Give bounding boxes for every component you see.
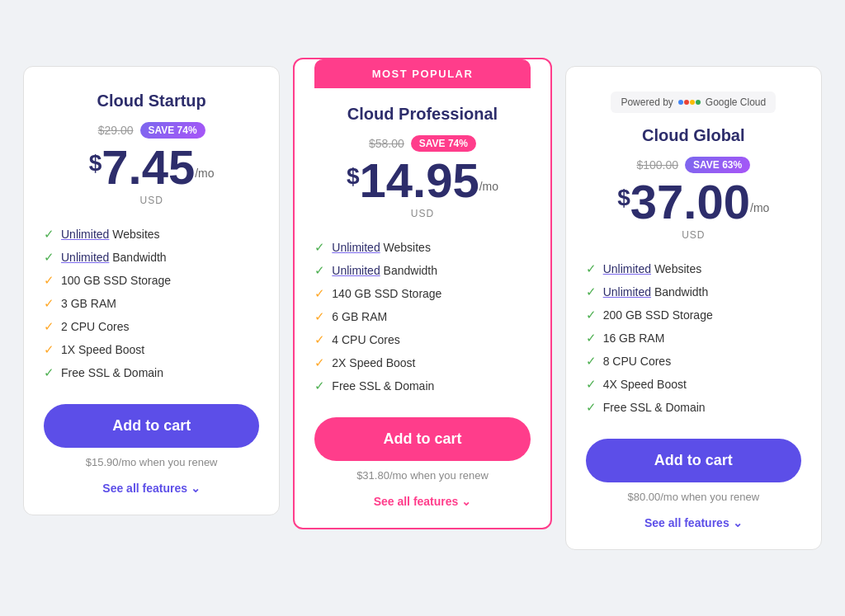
add-to-cart-button[interactable]: Add to cart [44, 404, 259, 448]
feature-text: Free SSL & Domain [332, 379, 434, 393]
add-to-cart-button[interactable]: Add to cart [314, 417, 530, 461]
feature-item: ✓ Unlimited Websites [44, 223, 259, 246]
plan-card-startup: Cloud Startup $29.00 SAVE 74% $ 7.45 /mo… [23, 66, 280, 515]
see-features-text: See all features [644, 516, 729, 529]
feature-item: ✓ 2X Speed Boost [314, 351, 530, 374]
feature-item: ✓ 8 CPU Cores [586, 350, 801, 373]
feature-text: 100 GB SSD Storage [61, 274, 171, 287]
plan-name: Cloud Startup [97, 92, 206, 111]
chevron-down-icon: ⌄ [191, 482, 201, 495]
add-to-cart-button[interactable]: Add to cart [586, 439, 801, 482]
feature-text: Unlimited Websites [603, 262, 702, 275]
check-icon: ✓ [314, 355, 325, 370]
feature-text: 16 GB RAM [603, 332, 665, 345]
chevron-down-icon: ⌄ [461, 495, 471, 508]
price-main: $ 7.45 /mo [89, 143, 215, 191]
check-icon: ✓ [314, 309, 325, 324]
feature-item: ✓ Unlimited Websites [314, 236, 530, 259]
google-icon [678, 100, 701, 105]
price-row: $29.00 SAVE 74% [98, 122, 205, 139]
feature-text: 4X Speed Boost [603, 378, 687, 391]
save-badge: SAVE 74% [140, 122, 205, 139]
feature-text: 1X Speed Boost [61, 343, 144, 356]
feature-item: ✓ 4X Speed Boost [586, 373, 801, 396]
feature-item: ✓ 16 GB RAM [586, 327, 801, 350]
chevron-down-icon: ⌄ [733, 516, 743, 529]
feature-text: 4 CPU Cores [332, 333, 399, 346]
features-list: ✓ Unlimited Websites ✓ Unlimited Bandwid… [314, 236, 530, 397]
price-number: 14.95 [360, 157, 479, 205]
feature-text: 6 GB RAM [332, 310, 387, 323]
feature-text: 200 GB SSD Storage [603, 308, 713, 322]
check-icon: ✓ [314, 263, 325, 278]
feature-text: Unlimited Bandwidth [61, 251, 167, 264]
currency-symbol: $ [347, 163, 360, 190]
feature-underline: Unlimited [603, 262, 651, 275]
old-price: $58.00 [369, 137, 404, 150]
powered-by-text: Powered by [621, 96, 673, 108]
check-icon: ✓ [44, 365, 54, 380]
feature-item: ✓ 2 CPU Cores [44, 315, 259, 338]
old-price: $100.00 [636, 158, 678, 172]
most-popular-banner: MOST POPULAR [314, 59, 530, 88]
check-icon: ✓ [586, 377, 597, 392]
feature-item: ✓ Free SSL & Domain [314, 374, 530, 397]
feature-text: Free SSL & Domain [61, 366, 163, 379]
check-icon: ✓ [44, 273, 54, 288]
check-icon: ✓ [586, 331, 597, 346]
feature-underline: Unlimited [603, 285, 651, 299]
plan-name: Cloud Professional [347, 105, 498, 124]
price-main: $ 37.00 /mo [617, 178, 769, 226]
feature-text: Unlimited Websites [332, 241, 431, 254]
check-icon: ✓ [586, 308, 597, 322]
feature-item: ✓ Unlimited Bandwidth [314, 259, 530, 282]
save-badge: SAVE 74% [411, 135, 476, 152]
feature-item: ✓ 200 GB SSD Storage [586, 303, 801, 327]
plan-name: Cloud Global [642, 126, 744, 145]
check-icon: ✓ [586, 400, 597, 415]
feature-text: 2 CPU Cores [61, 320, 129, 333]
check-icon: ✓ [44, 296, 54, 311]
price-usd: USD [411, 208, 434, 219]
feature-item: ✓ 4 CPU Cores [314, 328, 530, 351]
price-row: $58.00 SAVE 74% [369, 135, 476, 152]
save-badge: SAVE 63% [685, 157, 750, 173]
renew-price: $15.90/mo when you renew [86, 456, 218, 468]
old-price: $29.00 [98, 124, 134, 137]
feature-text: 8 CPU Cores [603, 355, 671, 368]
price-number: 37.00 [630, 178, 750, 226]
feature-item: ✓ Unlimited Websites [586, 257, 801, 280]
price-usd: USD [682, 229, 705, 241]
feature-item: ✓ Unlimited Bandwidth [586, 280, 801, 303]
check-icon: ✓ [586, 284, 597, 299]
pricing-container: Cloud Startup $29.00 SAVE 74% $ 7.45 /mo… [17, 58, 828, 558]
price-usd: USD [139, 195, 163, 206]
check-icon: ✓ [586, 354, 597, 369]
price-row: $100.00 SAVE 63% [636, 157, 750, 173]
feature-text: Free SSL & Domain [603, 401, 706, 414]
feature-underline: Unlimited [61, 228, 109, 241]
feature-text: 2X Speed Boost [332, 356, 415, 369]
check-icon: ✓ [44, 342, 54, 357]
check-icon: ✓ [314, 286, 325, 301]
feature-text: 3 GB RAM [61, 297, 116, 310]
renew-price: $80.00/mo when you renew [627, 491, 759, 503]
plan-card-professional: MOST POPULARCloud Professional $58.00 SA… [293, 58, 551, 529]
check-icon: ✓ [314, 332, 325, 347]
see-features-link[interactable]: See all features ⌄ [374, 495, 472, 508]
price-mo: /mo [195, 167, 214, 180]
feature-item: ✓ Free SSL & Domain [586, 396, 801, 419]
plan-card-global: Powered by Google Cloud Cloud Global $10… [565, 66, 822, 550]
check-icon: ✓ [314, 240, 325, 255]
see-features-text: See all features [374, 495, 459, 508]
price-main: $ 14.95 /mo [347, 157, 498, 205]
features-list: ✓ Unlimited Websites ✓ Unlimited Bandwid… [44, 223, 259, 384]
feature-item: ✓ 3 GB RAM [44, 292, 259, 315]
check-icon: ✓ [44, 250, 54, 265]
feature-text: Unlimited Websites [61, 228, 160, 241]
check-icon: ✓ [44, 319, 54, 334]
see-features-link[interactable]: See all features ⌄ [102, 482, 201, 495]
feature-item: ✓ 6 GB RAM [314, 305, 530, 328]
see-features-link[interactable]: See all features ⌄ [644, 516, 743, 529]
feature-text: 140 GB SSD Storage [332, 287, 441, 300]
